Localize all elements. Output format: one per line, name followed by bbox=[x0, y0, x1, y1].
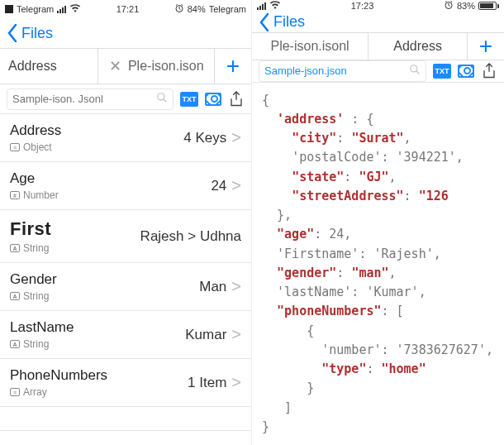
tab-address[interactable]: Address bbox=[368, 33, 468, 60]
row-key: First bbox=[10, 218, 51, 240]
carrier-label: Telegram bbox=[17, 4, 54, 14]
search-icon bbox=[409, 64, 421, 79]
chevron-left-icon bbox=[7, 24, 18, 42]
list-item[interactable]: Age#Number24 > bbox=[0, 162, 251, 210]
search-field[interactable] bbox=[7, 89, 174, 110]
toolbar: TXT bbox=[0, 84, 251, 114]
status-bar: 17:23 83% bbox=[252, 0, 504, 12]
list-item[interactable]: FirstAStringRajesh > Udhna bbox=[0, 210, 251, 263]
row-key: Gender bbox=[10, 271, 57, 288]
row-key: Age bbox=[10, 170, 59, 187]
tab-bar: Ple-ison.isonl Address + bbox=[252, 32, 504, 60]
row-value: 4 Keys > bbox=[183, 128, 241, 147]
row-key: Address bbox=[10, 122, 61, 139]
search-input[interactable] bbox=[12, 93, 151, 105]
left-pane: Telegram 17:21 84% Telegram Files Addres… bbox=[0, 0, 252, 445]
row-type: #Number bbox=[10, 189, 59, 201]
row-type: ≡Object bbox=[10, 141, 61, 153]
status-bar: Telegram 17:21 84% Telegram bbox=[0, 0, 251, 18]
row-key: PhoneNumbers bbox=[10, 367, 107, 384]
nav-title[interactable]: Files bbox=[273, 13, 305, 31]
row-value: 1 Item > bbox=[188, 373, 241, 392]
row-type: AString bbox=[10, 290, 57, 302]
notif-app-label: Telegram bbox=[209, 4, 246, 14]
share-button[interactable] bbox=[481, 63, 497, 79]
chevron-right-icon: > bbox=[231, 373, 241, 392]
row-value: Man > bbox=[199, 277, 241, 296]
svg-point-3 bbox=[411, 65, 417, 71]
view-image-button[interactable] bbox=[205, 93, 221, 106]
search-icon bbox=[156, 92, 168, 107]
notif-icon bbox=[5, 5, 13, 13]
tab-file[interactable]: Ple-ison.isonl bbox=[252, 33, 368, 60]
nav-header: Files bbox=[252, 12, 504, 32]
chevron-left-icon bbox=[259, 13, 270, 31]
row-key: LastName bbox=[10, 319, 74, 336]
list-item[interactable]: GenderAStringMan > bbox=[0, 263, 251, 311]
view-raw-button[interactable]: TXT bbox=[433, 64, 451, 79]
chevron-right-icon: > bbox=[231, 325, 241, 344]
chevron-right-icon: > bbox=[231, 176, 241, 195]
view-image-button[interactable] bbox=[458, 65, 474, 78]
chevron-right-icon: > bbox=[231, 128, 241, 147]
row-type: AString bbox=[10, 242, 51, 254]
tab-bar: Address ✕ Ple-ison.ison + bbox=[0, 48, 251, 84]
right-pane: 17:23 83% Files Ple-ison.isonl Address + bbox=[252, 0, 504, 445]
raw-json-view[interactable]: { 'address' : { "city": "Surat", 'postal… bbox=[252, 83, 504, 446]
share-button[interactable] bbox=[228, 91, 245, 108]
wifi-icon bbox=[269, 1, 281, 11]
nav-header: Files bbox=[0, 18, 251, 48]
status-time: 17:23 bbox=[281, 1, 444, 11]
view-raw-button[interactable]: TXT bbox=[180, 92, 198, 107]
signal-icon bbox=[57, 6, 66, 13]
list-item[interactable]: LastNameAStringKumar > bbox=[0, 311, 251, 359]
tab-address[interactable]: Address bbox=[0, 49, 98, 84]
row-type: ≡Array bbox=[10, 386, 107, 398]
add-tab-button[interactable]: + bbox=[468, 33, 504, 60]
row-value: Rajesh > Udhna bbox=[140, 228, 241, 245]
wifi-icon bbox=[69, 4, 81, 14]
battery-icon bbox=[478, 2, 499, 10]
status-time: 17:21 bbox=[81, 4, 174, 14]
search-input[interactable] bbox=[264, 65, 404, 77]
key-value-list[interactable]: Address≡Object4 Keys >Age#Number24 >Firs… bbox=[0, 114, 251, 445]
back-button[interactable] bbox=[7, 24, 18, 42]
row-type: AString bbox=[10, 338, 74, 350]
nav-title[interactable]: Files bbox=[21, 25, 53, 42]
search-field[interactable] bbox=[259, 60, 426, 82]
add-tab-button[interactable]: + bbox=[215, 49, 251, 84]
tab-file-label: Ple-ison.ison bbox=[128, 59, 204, 74]
chevron-right-icon: > bbox=[231, 277, 241, 296]
battery-percent: 83% bbox=[457, 1, 475, 11]
back-button[interactable] bbox=[259, 13, 270, 31]
signal-icon bbox=[257, 2, 266, 10]
alarm-icon bbox=[174, 3, 184, 15]
list-item[interactable]: PhoneNumbers≡Array1 Item > bbox=[0, 359, 251, 407]
row-value: Kumar > bbox=[185, 325, 241, 344]
toolbar: TXT bbox=[252, 60, 504, 83]
alarm-icon bbox=[444, 0, 454, 12]
tab-file[interactable]: ✕ Ple-ison.ison bbox=[98, 49, 215, 84]
list-item[interactable]: Address≡Object4 Keys > bbox=[0, 114, 251, 162]
svg-point-1 bbox=[158, 93, 164, 99]
battery-percent: 84% bbox=[188, 4, 206, 14]
tab-file-label: Ple-ison.isonl bbox=[270, 39, 349, 54]
close-tab-icon[interactable]: ✕ bbox=[109, 57, 121, 75]
row-value: 24 > bbox=[211, 176, 241, 195]
